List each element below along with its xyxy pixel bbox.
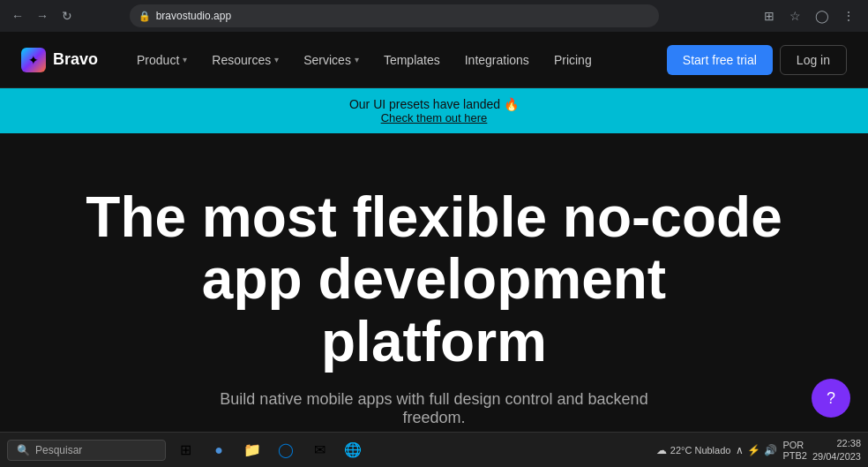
nav-item-resources[interactable]: Resources ▾ — [201, 46, 289, 74]
bookmark-button[interactable]: ☆ — [783, 4, 808, 28]
taskbar-volume-icon[interactable]: 🔊 — [764, 444, 777, 456]
hero-title: The most flexible no-code app developmen… — [81, 186, 787, 373]
announcement-line2: Check them out here — [18, 111, 850, 124]
taskbar-edge-icon[interactable]: ◯ — [270, 434, 302, 466]
reload-button[interactable]: ↻ — [56, 5, 78, 26]
login-button[interactable]: Log in — [780, 45, 847, 75]
nav-item-product[interactable]: Product ▾ — [126, 46, 198, 74]
help-button[interactable]: ? — [812, 379, 850, 418]
announcement-banner[interactable]: Our UI presets have landed 🔥 Check them … — [0, 88, 868, 133]
taskbar-clock: 22:38 29/04/2023 — [812, 437, 861, 463]
navbar-actions: Start free trial Log in — [667, 45, 847, 75]
start-trial-button[interactable]: Start free trial — [667, 45, 773, 75]
address-bar[interactable]: 🔒 bravostudio.app — [130, 4, 659, 27]
taskbar-language: POR PTB2 — [782, 440, 807, 461]
chevron-down-icon: ▾ — [274, 55, 279, 64]
taskbar-weather-icon: ☁ — [656, 444, 667, 456]
nav-item-services[interactable]: Services ▾ — [293, 46, 370, 74]
forward-button[interactable]: → — [32, 5, 53, 26]
taskbar: 🔍 Pesquisar ⊞ ● 📁 ◯ ✉ 🌐 ☁ 22°C Nublado ∧… — [0, 432, 868, 467]
logo-text: Bravo — [53, 50, 98, 69]
browser-chrome: ← → ↻ 🔒 bravostudio.app ⊞ ☆ ◯ ⋮ — [0, 0, 868, 32]
nav-item-pricing[interactable]: Pricing — [543, 46, 602, 74]
chevron-down-icon: ▾ — [355, 55, 359, 64]
lock-icon: 🔒 — [138, 11, 151, 22]
taskbar-browser-icon[interactable]: ● — [203, 434, 235, 466]
browser-nav-buttons: ← → ↻ — [7, 5, 78, 26]
announcement-line1: Our UI presets have landed 🔥 — [18, 97, 850, 111]
taskbar-search-text: Pesquisar — [35, 444, 82, 456]
hero-subtitle: Build native mobile apps with full desig… — [196, 390, 672, 427]
browser-actions: ⊞ ☆ ◯ ⋮ — [757, 4, 861, 28]
navbar-nav: Product ▾ Resources ▾ Services ▾ Templat… — [126, 46, 667, 74]
taskbar-tray-icons: ∧ ⚡ 🔊 — [736, 444, 777, 456]
taskbar-up-arrow-icon[interactable]: ∧ — [736, 444, 744, 456]
profile-button[interactable]: ◯ — [810, 4, 834, 28]
page-content: ✦ Bravo Product ▾ Resources ▾ Services ▾… — [0, 32, 868, 467]
taskbar-mail-icon[interactable]: ✉ — [303, 434, 335, 466]
extensions-button[interactable]: ⊞ — [757, 4, 782, 28]
hero-section: The most flexible no-code app developmen… — [0, 133, 868, 467]
taskbar-search[interactable]: 🔍 Pesquisar — [7, 440, 166, 461]
taskbar-lang-text: POR PTB2 — [782, 440, 807, 461]
taskbar-icons: ⊞ ● 📁 ◯ ✉ 🌐 — [169, 434, 369, 466]
search-icon: 🔍 — [17, 444, 30, 456]
nav-item-templates[interactable]: Templates — [373, 46, 451, 74]
more-button[interactable]: ⋮ — [836, 4, 861, 28]
taskbar-start-icon[interactable]: ⊞ — [169, 434, 201, 466]
taskbar-app-icon[interactable]: 🌐 — [337, 434, 369, 466]
back-button[interactable]: ← — [7, 5, 28, 26]
logo-icon: ✦ — [21, 48, 46, 72]
taskbar-system: ☁ 22°C Nublado ∧ ⚡ 🔊 POR PTB2 22:38 29/0… — [656, 437, 861, 463]
taskbar-tray: ☁ 22°C Nublado — [656, 444, 731, 456]
taskbar-network-icon[interactable]: ⚡ — [747, 444, 760, 456]
taskbar-weather-text: 22°C Nublado — [670, 445, 731, 456]
logo-link[interactable]: ✦ Bravo — [21, 48, 98, 72]
chevron-down-icon: ▾ — [183, 55, 187, 64]
taskbar-file-explorer-icon[interactable]: 📁 — [236, 434, 268, 466]
nav-item-integrations[interactable]: Integrations — [454, 46, 540, 74]
navbar: ✦ Bravo Product ▾ Resources ▾ Services ▾… — [0, 32, 868, 88]
url-text: bravostudio.app — [156, 10, 231, 22]
